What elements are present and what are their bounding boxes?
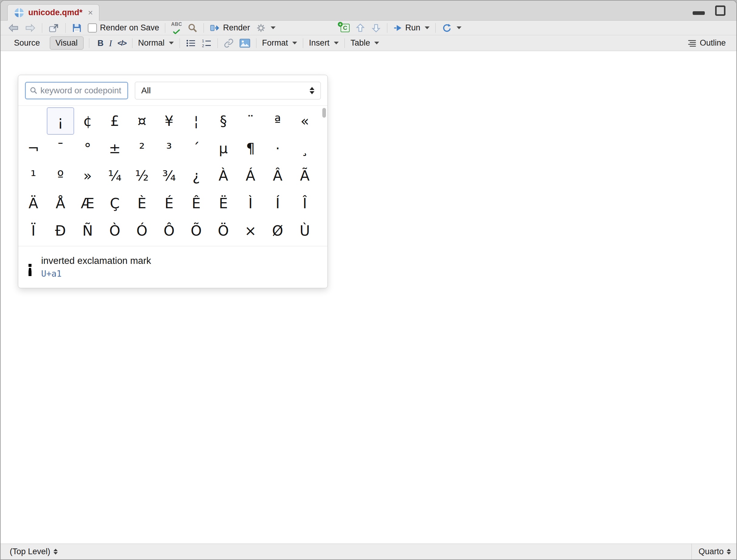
rerun-icon[interactable]: [439, 22, 464, 34]
render-on-save-label: Render on Save: [100, 23, 159, 33]
back-icon[interactable]: [5, 22, 22, 34]
symbol-cell[interactable]: È: [128, 190, 155, 217]
search-in-document-icon[interactable]: [185, 22, 201, 34]
symbol-cell[interactable]: Á: [237, 162, 264, 189]
link-icon[interactable]: [221, 37, 237, 49]
run-previous-chunks-icon[interactable]: [353, 22, 368, 34]
image-icon[interactable]: [237, 37, 253, 49]
symbol-cell[interactable]: Ø: [264, 217, 291, 244]
symbol-cell[interactable]: Ù: [291, 217, 319, 244]
symbol-cell[interactable]: ·: [264, 135, 291, 162]
document-format-selector[interactable]: Quarto: [691, 544, 736, 559]
outline-toggle-button[interactable]: Outline: [685, 37, 728, 49]
symbol-cell[interactable]: ±: [101, 135, 128, 162]
separator: [218, 38, 218, 48]
spellcheck-icon[interactable]: ABC: [168, 21, 185, 35]
symbol-cell[interactable]: Ë: [210, 190, 237, 217]
symbol-cell[interactable]: ½: [128, 162, 155, 189]
run-next-chunk-icon[interactable]: [368, 22, 384, 34]
symbol-cell[interactable]: ¹: [20, 162, 47, 189]
minimize-icon[interactable]: [693, 11, 705, 15]
symbol-search-input[interactable]: [40, 86, 124, 95]
symbol-cell[interactable]: £: [101, 107, 128, 135]
render-options-button[interactable]: [253, 21, 278, 35]
symbol-cell[interactable]: ²: [128, 135, 155, 162]
symbol-cell[interactable]: Õ: [183, 217, 210, 244]
symbol-cell[interactable]: ª: [264, 107, 291, 135]
render-button[interactable]: Render: [207, 22, 253, 34]
save-icon[interactable]: [69, 21, 85, 35]
visual-editor-canvas[interactable]: All ¡¢£¤¥¦§¨ª«¬¯°±²³´µ¶·¸¹º»¼½¾¿ÀÁÂÃÄÅÆÇ…: [1, 51, 736, 544]
symbol-cell[interactable]: [20, 107, 47, 135]
render-on-save-checkbox[interactable]: [88, 23, 97, 33]
symbol-picker-header: All: [18, 75, 328, 106]
symbol-cell[interactable]: ¨: [237, 107, 264, 135]
symbol-cell[interactable]: ×: [237, 217, 264, 244]
symbol-cell[interactable]: Ç: [101, 190, 128, 217]
insert-chunk-icon[interactable]: C +: [338, 22, 353, 33]
outline-icon: [687, 39, 697, 47]
open-in-new-window-icon[interactable]: [45, 22, 62, 34]
grid-scrollbar-thumb[interactable]: [322, 108, 326, 118]
symbol-cell[interactable]: ¢: [74, 107, 101, 135]
symbol-cell[interactable]: Ê: [183, 190, 210, 217]
visual-mode-button[interactable]: Visual: [50, 36, 84, 50]
symbol-cell[interactable]: µ: [210, 135, 237, 162]
scope-selector[interactable]: (Top Level): [1, 546, 60, 558]
symbol-cell[interactable]: ¦: [183, 107, 210, 135]
symbol-cell[interactable]: Ì: [237, 190, 264, 217]
symbol-cell[interactable]: Ð: [47, 217, 74, 244]
separator: [65, 23, 66, 33]
symbol-cell[interactable]: º: [47, 162, 74, 189]
symbol-cell[interactable]: À: [210, 162, 237, 189]
symbol-cell[interactable]: Í: [264, 190, 291, 217]
symbol-cell[interactable]: »: [74, 162, 101, 189]
symbol-cell[interactable]: ¸: [291, 135, 319, 162]
numbered-list-icon[interactable]: 1 2: [199, 38, 215, 49]
symbol-cell[interactable]: ¯: [47, 135, 74, 162]
grid-scrollbar[interactable]: [322, 107, 326, 245]
symbol-cell[interactable]: Ä: [20, 190, 47, 217]
code-button[interactable]: </>: [115, 38, 129, 49]
symbol-cell[interactable]: Æ: [74, 190, 101, 217]
table-menu[interactable]: Table: [348, 37, 382, 49]
symbol-cell[interactable]: Ñ: [74, 217, 101, 244]
format-menu[interactable]: Format: [260, 37, 300, 49]
symbol-cell[interactable]: Ï: [20, 217, 47, 244]
symbol-cell[interactable]: §: [210, 107, 237, 135]
symbol-cell[interactable]: ¬: [20, 135, 47, 162]
symbol-cell[interactable]: °: [74, 135, 101, 162]
symbol-cell[interactable]: ³: [156, 135, 183, 162]
symbol-cell[interactable]: Ò: [101, 217, 128, 244]
maximize-icon[interactable]: [715, 5, 725, 16]
italic-button[interactable]: I: [106, 37, 115, 50]
separator: [132, 38, 133, 48]
bold-button[interactable]: B: [95, 37, 106, 49]
symbol-cell[interactable]: Ã: [291, 162, 319, 189]
symbol-cell[interactable]: Å: [47, 190, 74, 217]
insert-menu[interactable]: Insert: [306, 37, 342, 49]
symbol-cell[interactable]: ¤: [128, 107, 155, 135]
symbol-cell[interactable]: «: [291, 107, 319, 135]
symbol-cell[interactable]: Â: [264, 162, 291, 189]
run-button[interactable]: Run: [390, 22, 432, 34]
symbol-cell[interactable]: Ô: [156, 217, 183, 244]
document-tab[interactable]: unicode.qmd* ×: [7, 4, 99, 21]
symbol-cell[interactable]: ´: [183, 135, 210, 162]
symbol-cell[interactable]: ¡: [47, 107, 74, 135]
category-select[interactable]: All: [135, 82, 321, 99]
symbol-cell[interactable]: Î: [291, 190, 319, 217]
source-mode-button[interactable]: Source: [9, 37, 46, 49]
symbol-cell[interactable]: ¼: [101, 162, 128, 189]
symbol-cell[interactable]: Ó: [128, 217, 155, 244]
forward-icon[interactable]: [22, 22, 39, 34]
paragraph-style-dropdown[interactable]: Normal: [136, 37, 177, 49]
bulleted-list-icon[interactable]: [183, 38, 199, 49]
symbol-cell[interactable]: ¥: [156, 107, 183, 135]
symbol-cell[interactable]: ¶: [237, 135, 264, 162]
close-tab-icon[interactable]: ×: [88, 9, 93, 17]
symbol-cell[interactable]: ¿: [183, 162, 210, 189]
symbol-cell[interactable]: É: [156, 190, 183, 217]
symbol-cell[interactable]: Ö: [210, 217, 237, 244]
symbol-cell[interactable]: ¾: [156, 162, 183, 189]
